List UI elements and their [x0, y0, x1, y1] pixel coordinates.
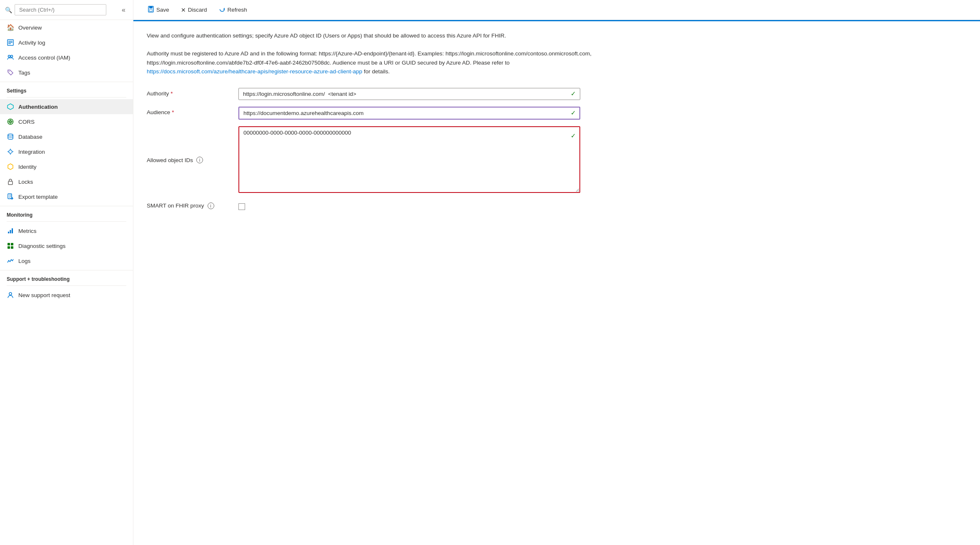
description-block: View and configure authentication settin… [147, 31, 605, 76]
collapse-button[interactable]: « [119, 5, 128, 15]
sidebar-item-overview[interactable]: 🏠 Overview [0, 20, 133, 35]
sidebar: 🔍 « 🏠 Overview Activity log Access contr… [0, 0, 133, 545]
sidebar-item-authentication[interactable]: Authentication [0, 99, 133, 114]
sidebar-item-access-control[interactable]: Access control (IAM) [0, 50, 133, 65]
description-text3: for details. [362, 68, 390, 75]
sidebar-item-activity-log[interactable]: Activity log [0, 35, 133, 50]
audience-field: ✓ [238, 103, 605, 123]
authentication-icon [7, 103, 14, 110]
sidebar-item-logs[interactable]: Logs [0, 253, 133, 268]
audience-label: Audience * [147, 103, 238, 123]
sidebar-item-tags[interactable]: Tags [0, 65, 133, 80]
description-link[interactable]: https://docs.microsoft.com/azure/healthc… [147, 68, 362, 75]
sidebar-item-export-template[interactable]: Export template [0, 189, 133, 204]
settings-section-label: Settings [0, 82, 133, 95]
sidebar-item-label: New support request [18, 292, 70, 298]
svg-rect-20 [12, 228, 13, 233]
authority-valid-icon: ✓ [571, 90, 576, 98]
sidebar-item-label: Authentication [18, 104, 58, 110]
monitoring-divider [7, 221, 126, 222]
search-input[interactable] [15, 4, 106, 15]
sidebar-item-label: Activity log [18, 40, 45, 46]
save-icon [148, 6, 154, 14]
audience-input-wrapper: ✓ [238, 107, 580, 120]
search-bar: 🔍 « [0, 0, 133, 20]
overview-icon: 🏠 [7, 24, 14, 31]
allowed-object-ids-label-text: Allowed object IDs [147, 157, 193, 163]
svg-rect-1 [8, 41, 13, 42]
audience-input[interactable] [238, 107, 580, 120]
refresh-label: Refresh [228, 7, 247, 13]
monitoring-section-label: Monitoring [0, 206, 133, 220]
svg-point-12 [8, 134, 13, 136]
sidebar-item-label: Logs [18, 258, 30, 264]
sidebar-item-label: Database [18, 134, 43, 140]
svg-marker-14 [8, 164, 13, 170]
metrics-icon [7, 227, 14, 235]
refresh-button[interactable]: Refresh [213, 3, 253, 16]
access-control-icon [7, 54, 14, 61]
smart-fhir-label: SMART on FHIR proxy i [147, 198, 238, 214]
sidebar-item-label: Identity [18, 164, 37, 170]
export-template-icon [7, 193, 14, 200]
smart-fhir-checkbox[interactable] [238, 203, 245, 210]
svg-rect-23 [8, 246, 10, 249]
audience-label-text: Audience [147, 109, 170, 115]
activity-log-icon [7, 39, 14, 46]
authority-field: ✓ [238, 85, 605, 103]
allowed-object-ids-valid-icon: ✓ [571, 132, 576, 140]
sidebar-item-new-support-request[interactable]: New support request [0, 288, 133, 302]
allowed-object-ids-textarea[interactable]: <span data-bind="content.fields.allowed_… [238, 126, 580, 193]
svg-point-13 [9, 150, 12, 153]
database-icon [7, 133, 14, 140]
allowed-object-ids-info-icon[interactable]: i [196, 157, 203, 163]
svg-point-25 [9, 292, 12, 295]
sidebar-item-label: Metrics [18, 228, 37, 234]
description-line1: View and configure authentication settin… [147, 31, 605, 40]
allowed-object-ids-label: Allowed object IDs i [147, 123, 238, 198]
save-button[interactable]: Save [142, 3, 175, 16]
sidebar-item-metrics[interactable]: Metrics [0, 223, 133, 238]
diagnostic-settings-icon [7, 242, 14, 250]
discard-button[interactable]: ✕ Discard [175, 4, 213, 16]
integration-icon [7, 148, 14, 155]
support-section-label: Support + troubleshooting [0, 270, 133, 284]
sidebar-item-diagnostic-settings[interactable]: Diagnostic settings [0, 238, 133, 253]
svg-rect-22 [11, 243, 13, 245]
settings-divider [7, 97, 126, 98]
new-support-request-icon [7, 291, 14, 299]
sidebar-item-label: CORS [18, 119, 35, 125]
description-line2: Authority must be registered to Azure AD… [147, 49, 605, 76]
sidebar-item-cors[interactable]: CORS [0, 114, 133, 129]
search-icon: 🔍 [5, 7, 12, 13]
svg-point-6 [9, 71, 10, 72]
smart-fhir-field [238, 198, 605, 214]
sidebar-item-label: Locks [18, 179, 33, 185]
support-divider [7, 285, 126, 286]
svg-rect-2 [8, 42, 13, 43]
sidebar-item-integration[interactable]: Integration [0, 144, 133, 159]
audience-valid-icon: ✓ [571, 109, 576, 117]
sidebar-item-identity[interactable]: Identity [0, 159, 133, 174]
tags-icon [7, 69, 14, 76]
logs-icon [7, 257, 14, 265]
svg-rect-19 [10, 230, 11, 233]
form-grid: Authority * ✓ Audience * ✓ [147, 85, 605, 214]
identity-icon [7, 163, 14, 170]
svg-rect-28 [150, 9, 152, 12]
svg-rect-24 [11, 246, 13, 249]
authority-label-text: Authority [147, 90, 169, 97]
smart-fhir-info-icon[interactable]: i [208, 202, 214, 209]
audience-required: * [172, 109, 174, 115]
save-label: Save [156, 7, 169, 13]
authority-input[interactable] [238, 88, 580, 100]
sidebar-item-label: Diagnostic settings [18, 243, 65, 249]
smart-fhir-label-text: SMART on FHIR proxy [147, 202, 204, 209]
sidebar-item-label: Integration [18, 149, 45, 155]
sidebar-item-database[interactable]: Database [0, 129, 133, 144]
sidebar-item-label: Tags [18, 70, 30, 76]
sidebar-item-locks[interactable]: Locks [0, 174, 133, 189]
allowed-object-ids-input-wrapper: <span data-bind="content.fields.allowed_… [238, 126, 580, 194]
discard-label: Discard [188, 7, 207, 13]
cors-icon [7, 118, 14, 125]
